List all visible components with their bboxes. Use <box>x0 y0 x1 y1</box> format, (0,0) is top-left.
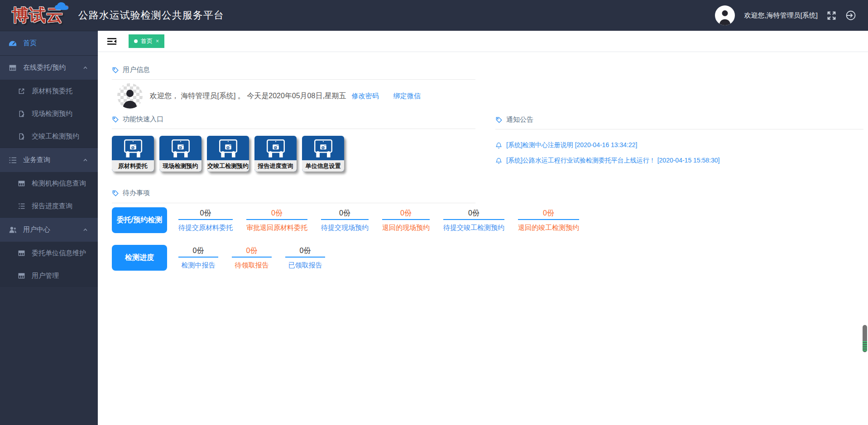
sidebar-item-raw-material-pre-entrust[interactable]: 原材料预委托 <box>0 80 98 102</box>
divider <box>495 129 863 129</box>
notice-text: [系统]公路水运工程行业试验检测委托平台上线运行！ [2020-04-15 15… <box>506 157 719 165</box>
stat-pending-raw-material: 0份 待提交原材料委托 <box>172 207 240 233</box>
notice-item[interactable]: [系统]公路水运工程行业试验检测委托平台上线运行！ [2020-04-15 15… <box>495 153 863 168</box>
avatar[interactable] <box>715 5 735 25</box>
tablet-check-icon <box>112 136 154 160</box>
file-edit-icon <box>17 110 25 117</box>
stat-count: 0份 <box>178 207 233 220</box>
welcome-message: 欢迎您,海特管理员[系统] <box>744 11 818 20</box>
sidebar-item-site-test-booking[interactable]: 现场检测预约 <box>0 102 98 125</box>
stat-label-link[interactable]: 待提交现场预约 <box>321 220 369 233</box>
stat-count: 0份 <box>382 207 430 220</box>
stat-label-link[interactable]: 待提交原材料委托 <box>178 220 233 233</box>
sidebar-item-label: 交竣工检测预约 <box>32 132 79 141</box>
stat-label-link[interactable]: 审批退回原材料委托 <box>246 220 307 233</box>
submenu-user-center: 委托单位信息维护 用户管理 <box>0 242 98 287</box>
section-title: 通知公告 <box>506 115 533 124</box>
tile-site-test-booking[interactable]: 现场检测预约 <box>159 136 201 172</box>
sidebar-item-online-entrust[interactable]: 在线委托/预约 <box>0 55 98 80</box>
sidebar-item-label: 用户管理 <box>32 272 59 280</box>
stat-columns: 0份 检测中报告 0份 待领取报告 0份 已领取报告 <box>172 245 332 271</box>
stat-label-link[interactable]: 待领取报告 <box>232 258 272 271</box>
sidebar-item-user-center[interactable]: 用户中心 <box>0 217 98 242</box>
chevron-up-icon <box>83 66 88 69</box>
table-icon <box>17 180 25 187</box>
stat-label-link[interactable]: 退回的竣工检测预约 <box>518 220 579 233</box>
external-link-icon <box>17 88 25 95</box>
sidebar-item-business-query[interactable]: 业务查询 <box>0 148 98 172</box>
stat-reports-collected: 0份 已领取报告 <box>278 245 332 271</box>
scrollbar-thumb[interactable] <box>863 325 867 352</box>
stat-pending-site-booking: 0份 待提交现场预约 <box>314 207 375 233</box>
file-edit-icon <box>17 133 25 140</box>
section-notices: 通知公告 <box>495 115 863 124</box>
change-password-link[interactable]: 修改密码 <box>352 92 379 100</box>
sidebar-item-home[interactable]: 首页 <box>0 31 98 55</box>
stat-label-link[interactable]: 检测中报告 <box>178 258 218 271</box>
notice-item[interactable]: [系统]检测中心注册说明 [2020-04-16 13:34:22] <box>495 138 863 153</box>
welcome-row: 欢迎您， 海特管理员[系统] 。 今天是2020年05月08日,星期五 修改密码… <box>112 83 868 109</box>
stat-count: 0份 <box>246 207 307 220</box>
table-icon <box>9 64 17 72</box>
menu-fold-icon[interactable] <box>107 38 116 45</box>
sidebar-item-label: 业务查询 <box>23 156 50 164</box>
tile-label: 原材料委托 <box>112 160 154 172</box>
tasks-list-icon <box>17 203 25 209</box>
logo[interactable]: 博试云 ® <box>12 5 68 25</box>
page-content: 用户信息 欢迎您， 海特管理员[系统] 。 今天是2020年05月08日,星期五… <box>98 52 868 425</box>
sidebar-item-label: 报告进度查询 <box>32 202 72 210</box>
tab-label: 首页 <box>141 37 153 45</box>
submenu-business-query: 检测机构信息查询 报告进度查询 <box>0 172 98 217</box>
sidebar-item-report-progress-query[interactable]: 报告进度查询 <box>0 195 98 217</box>
test-progress-button[interactable]: 检测进度 <box>112 245 167 271</box>
sidebar-item-user-management[interactable]: 用户管理 <box>0 264 98 287</box>
tile-label: 报告进度查询 <box>254 160 297 172</box>
stat-label-link[interactable]: 待提交竣工检测预约 <box>443 220 504 233</box>
sidebar: 首页 在线委托/预约 原材料预委托 现场检测预约 <box>0 31 98 425</box>
stat-columns: 0份 待提交原材料委托 0份 审批退回原材料委托 0份 待提交现场预约 0份 退… <box>172 207 586 233</box>
tag-icon <box>495 116 503 124</box>
notice-panel: 通知公告 [系统]检测中心注册说明 [2020-04-16 13:34:22] … <box>495 115 863 168</box>
chevron-up-icon <box>83 228 88 231</box>
tag-icon <box>112 190 119 197</box>
bell-icon <box>495 158 502 164</box>
sidebar-item-label: 在线委托/预约 <box>23 63 66 72</box>
stat-returned-site-booking: 0份 退回的现场预约 <box>375 207 436 233</box>
section-title: 用户信息 <box>123 66 150 74</box>
fullscreen-arrows-icon[interactable] <box>827 11 836 20</box>
sidebar-item-agency-info-query[interactable]: 检测机构信息查询 <box>0 172 98 195</box>
sidebar-item-entrust-unit-info[interactable]: 委托单位信息维护 <box>0 242 98 264</box>
stat-label-link[interactable]: 已领取报告 <box>285 258 325 271</box>
tile-completion-test-booking[interactable]: 交竣工检测预约 <box>207 136 249 172</box>
stat-count: 0份 <box>321 207 369 220</box>
stat-count: 0份 <box>518 207 579 220</box>
notice-list: [系统]检测中心注册说明 [2020-04-16 13:34:22] [系统]公… <box>495 138 863 168</box>
section-user-info: 用户信息 <box>112 66 868 74</box>
todo-row-progress: 检测进度 0份 检测中报告 0份 待领取报告 0份 已领取报告 <box>112 245 868 271</box>
bind-wechat-link[interactable]: 绑定微信 <box>393 92 421 100</box>
tab-close-icon[interactable]: × <box>156 38 159 44</box>
entrust-booking-button[interactable]: 委托/预约检测 <box>112 207 167 233</box>
users-icon <box>9 226 17 233</box>
section-todo: 待办事项 <box>112 189 868 197</box>
stat-pending-completion-booking: 0份 待提交竣工检测预约 <box>436 207 511 233</box>
sidebar-item-completion-test-booking[interactable]: 交竣工检测预约 <box>0 125 98 148</box>
stat-label-link[interactable]: 退回的现场预约 <box>382 220 430 233</box>
stat-testing-reports: 0份 检测中报告 <box>172 245 225 271</box>
sidebar-item-label: 首页 <box>23 39 37 48</box>
logout-circle-arrow-icon[interactable] <box>845 10 856 21</box>
tab-home[interactable]: 首页 × <box>129 34 164 48</box>
tile-label: 单位信息设置 <box>302 160 344 172</box>
tile-raw-material-entrust[interactable]: 原材料委托 <box>112 136 154 172</box>
sidebar-item-label: 委托单位信息维护 <box>32 249 86 258</box>
top-bar: 博试云 ® 公路水运试验检测公共服务平台 欢迎您,海特管理员[系统] <box>0 0 868 31</box>
dashboard-icon <box>9 40 17 47</box>
tab-bar: 首页 × <box>98 31 868 52</box>
tile-report-progress-query[interactable]: 报告进度查询 <box>254 136 297 172</box>
section-title: 功能快速入口 <box>123 115 163 124</box>
avatar-person-icon <box>717 8 733 25</box>
tile-unit-info-settings[interactable]: 单位信息设置 <box>302 136 344 172</box>
stat-returned-completion-booking: 0份 退回的竣工检测预约 <box>511 207 586 233</box>
topbar-right: 欢迎您,海特管理员[系统] <box>715 5 856 25</box>
tablet-check-icon <box>207 136 249 160</box>
